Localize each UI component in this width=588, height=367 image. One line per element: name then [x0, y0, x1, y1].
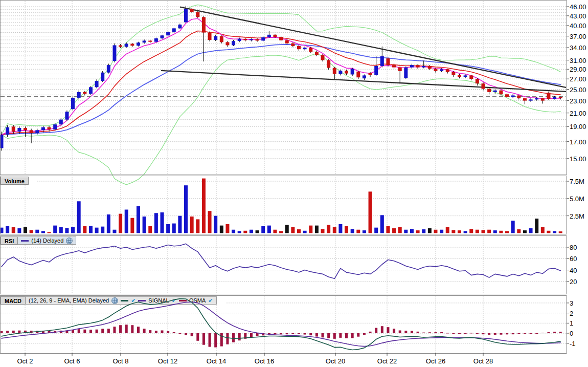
svg-text:Oct 22: Oct 22 — [377, 357, 397, 365]
svg-text:-1: -1 — [570, 340, 576, 348]
svg-text:1: 1 — [570, 319, 573, 327]
svg-text:Oct 8: Oct 8 — [112, 357, 128, 365]
svg-text:27.00: 27.00 — [570, 75, 586, 83]
svg-text:7.5M: 7.5M — [570, 178, 584, 185]
svg-text:21.00: 21.00 — [570, 110, 586, 117]
chart-canvas[interactable]: 46.0043.0040.0037.0034.0031.0029.0027.00… — [0, 0, 588, 367]
svg-text:Oct 28: Oct 28 — [473, 357, 493, 365]
svg-text:Oct 16: Oct 16 — [255, 357, 274, 365]
svg-text:Oct 26: Oct 26 — [426, 357, 445, 365]
svg-text:46.00: 46.00 — [570, 3, 586, 11]
svg-text:5.0M: 5.0M — [570, 195, 584, 203]
svg-text:19.00: 19.00 — [570, 123, 586, 131]
svg-text:29.00: 29.00 — [570, 66, 586, 73]
svg-text:34.00: 34.00 — [570, 44, 586, 52]
svg-text:23.00: 23.00 — [570, 97, 586, 105]
svg-text:0: 0 — [570, 330, 573, 337]
svg-text:17.00: 17.00 — [570, 138, 586, 146]
svg-text:Oct 6: Oct 6 — [64, 357, 80, 365]
svg-text:2: 2 — [570, 310, 573, 317]
svg-text:37.00: 37.00 — [570, 33, 586, 40]
svg-text:40.00: 40.00 — [570, 22, 586, 30]
svg-text:2.5M: 2.5M — [570, 212, 584, 220]
trading-chart-window: 46.0043.0040.0037.0034.0031.0029.0027.00… — [0, 0, 588, 367]
svg-text:20: 20 — [570, 278, 577, 286]
svg-text:3: 3 — [570, 299, 573, 307]
svg-text:Oct 20: Oct 20 — [326, 357, 345, 365]
svg-text:60: 60 — [570, 255, 577, 263]
svg-text:15.00: 15.00 — [570, 155, 586, 163]
svg-text:Oct 14: Oct 14 — [207, 357, 226, 365]
svg-text:25.00: 25.00 — [570, 86, 586, 94]
svg-text:Oct 12: Oct 12 — [158, 357, 177, 365]
svg-text:40: 40 — [570, 267, 577, 274]
svg-text:80: 80 — [570, 244, 577, 251]
svg-text:31.00: 31.00 — [570, 57, 586, 64]
svg-text:Oct 2: Oct 2 — [17, 357, 33, 365]
svg-text:43.00: 43.00 — [570, 12, 586, 20]
